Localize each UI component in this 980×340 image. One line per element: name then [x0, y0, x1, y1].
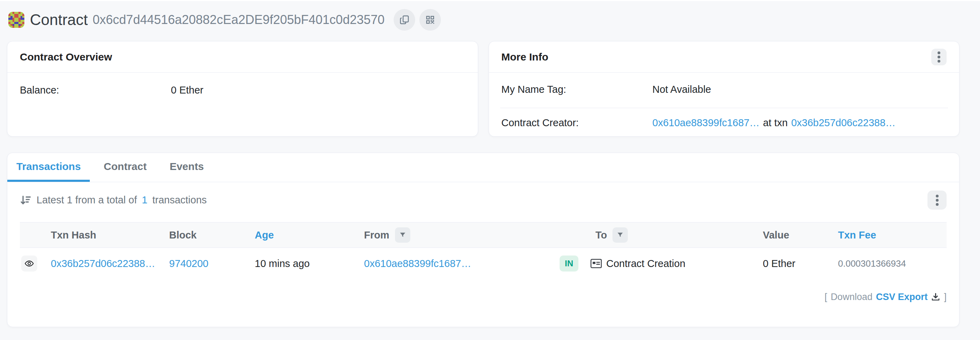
transactions-toolbar: Latest 1 from a total of 1 transactions — [7, 182, 959, 210]
row-to-cell: IN Contract Creation — [558, 256, 762, 272]
tab-events[interactable]: Events — [161, 153, 213, 182]
contract-creator-row: Contract Creator: 0x610ae88399fc1687…at … — [489, 108, 959, 129]
transactions-card: Transactions Contract Events Latest 1 fr… — [7, 153, 959, 327]
filter-funnel-icon — [399, 231, 406, 239]
block-link[interactable]: 9740200 — [169, 258, 208, 269]
transactions-table: Txn Hash Block Age From To Value — [20, 222, 947, 279]
sort-descending-icon — [20, 195, 32, 206]
row-txn-hash-cell: 0x36b257d06c22388… — [49, 258, 168, 269]
row-block-cell: 9740200 — [168, 258, 253, 269]
copy-icon — [399, 14, 410, 25]
contract-overview-card: Contract Overview Balance: 0 Ether — [7, 41, 478, 137]
creator-connector-text: at txn — [763, 117, 788, 128]
csv-export-row: [ Download CSV Export ] — [7, 279, 959, 302]
total-transactions-link[interactable]: 1 — [142, 195, 148, 206]
eye-icon — [24, 259, 34, 268]
latest-summary: Latest 1 from a total of 1 transactions — [20, 195, 207, 206]
kebab-menu-icon — [935, 195, 939, 206]
contract-creator-label: Contract Creator: — [501, 117, 652, 129]
contract-overview-title: Contract Overview — [20, 51, 112, 63]
direction-in-badge: IN — [560, 256, 578, 272]
copy-address-button[interactable] — [394, 9, 415, 31]
row-age-cell: 10 mins ago — [253, 258, 363, 269]
header-txn-fee-link[interactable]: Txn Fee — [838, 229, 876, 241]
from-filter-button[interactable] — [395, 227, 410, 243]
csv-export-label: CSV Export — [876, 292, 928, 302]
contract-creation-note-icon — [590, 258, 602, 269]
row-value-cell: 0 Ether — [762, 258, 837, 269]
header-block: Block — [168, 229, 253, 241]
header-age-link[interactable]: Age — [255, 229, 274, 241]
row-preview-cell — [20, 256, 49, 272]
balance-row: Balance: 0 Ether — [20, 84, 465, 96]
tab-transactions[interactable]: Transactions — [7, 153, 90, 182]
header-to-wrap: To — [558, 227, 762, 243]
qr-code-button[interactable] — [419, 9, 441, 31]
name-tag-label: My Name Tag: — [501, 84, 652, 95]
download-icon — [931, 293, 940, 302]
table-header-row: Txn Hash Block Age From To Value — [20, 222, 947, 248]
contract-creator-value: 0x610ae88399fc1687…at txn0x36b257d06c223… — [652, 117, 896, 129]
page-header: Contract 0x6cd7d44516a20882cEa2DE9f205bF… — [0, 1, 980, 41]
contract-blockie-avatar-icon — [8, 12, 24, 28]
more-info-card-header: More Info — [489, 41, 959, 73]
csv-export-link[interactable]: CSV Export — [876, 292, 941, 302]
row-txn-fee-cell: 0.000301366934 — [837, 258, 947, 269]
header-age-wrap: Age — [253, 229, 363, 241]
header-to: To — [595, 229, 607, 241]
filter-funnel-icon — [617, 231, 624, 239]
contract-overview-body: Balance: 0 Ether — [7, 73, 478, 108]
more-info-card: More Info My Name Tag: Not Available Con… — [488, 41, 960, 137]
header-txn-fee-wrap: Txn Fee — [837, 229, 947, 241]
latest-summary-prefix: Latest 1 from a total of — [37, 195, 137, 206]
more-info-body: My Name Tag: Not Available Contract Crea… — [489, 73, 959, 129]
from-address-link[interactable]: 0x610ae88399fc1687… — [364, 258, 471, 269]
balance-label: Balance: — [20, 84, 171, 96]
table-row: 0x36b257d06c22388… 9740200 10 mins ago 0… — [20, 248, 947, 279]
to-contract-creation-text: Contract Creation — [606, 258, 685, 269]
header-txn-hash: Txn Hash — [49, 229, 168, 241]
csv-bracket-open: [ — [824, 292, 827, 302]
name-tag-value: Not Available — [652, 84, 711, 95]
tab-contract[interactable]: Contract — [95, 153, 156, 182]
csv-bracket-close: ] — [944, 292, 947, 302]
page-title: Contract — [30, 12, 88, 27]
more-info-menu-button[interactable] — [931, 49, 947, 65]
header-from: From — [364, 229, 390, 241]
balance-value: 0 Ether — [171, 84, 204, 96]
transactions-menu-button[interactable] — [928, 190, 947, 210]
header-from-wrap: From — [363, 227, 558, 243]
creator-txn-link[interactable]: 0x36b257d06c22388… — [791, 117, 896, 128]
tab-bar: Transactions Contract Events — [7, 153, 959, 182]
row-from-cell: 0x610ae88399fc1687… — [363, 258, 558, 269]
contract-address: 0x6cd7d44516a20882cEa2DE9f205bF401c0d235… — [92, 14, 385, 26]
more-info-title: More Info — [501, 51, 549, 63]
contract-overview-card-header: Contract Overview — [7, 41, 478, 73]
creator-address-link[interactable]: 0x610ae88399fc1687… — [652, 117, 760, 128]
to-filter-button[interactable] — [612, 227, 628, 243]
txn-hash-link[interactable]: 0x36b257d06c22388… — [51, 258, 155, 269]
overview-cards-row: Contract Overview Balance: 0 Ether More … — [0, 41, 980, 137]
csv-download-text: Download — [831, 292, 872, 302]
latest-summary-suffix: transactions — [153, 195, 207, 206]
kebab-menu-icon — [937, 51, 941, 63]
qr-code-icon — [425, 14, 435, 25]
txn-preview-button[interactable] — [21, 256, 37, 272]
name-tag-row: My Name Tag: Not Available — [489, 73, 959, 108]
header-value: Value — [762, 229, 837, 241]
